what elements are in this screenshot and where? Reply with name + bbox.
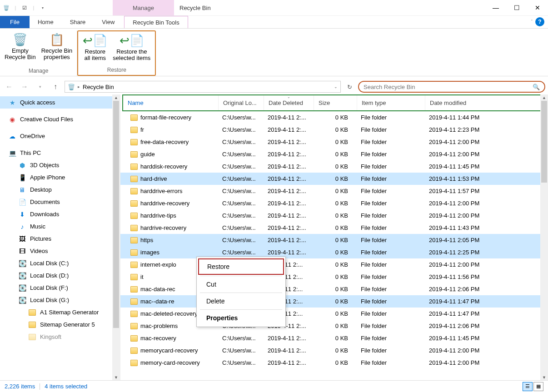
column-date-deleted[interactable]: ⌄Date Deleted (264, 95, 314, 110)
column-size[interactable]: Size (314, 95, 357, 110)
icons-view-button[interactable]: ▦ (533, 382, 543, 391)
scroll-up-icon[interactable]: ▲ (112, 94, 120, 101)
table-row[interactable]: hard-driveC:\Users\w...2019-4-11 2:...0 … (120, 173, 548, 185)
column-date-modified[interactable]: Date modified (425, 95, 544, 110)
kingsoft-item[interactable]: Kingsoft (0, 331, 120, 343)
table-row[interactable]: harddisk-recoveryC:\Users\w...2019-4-11 … (120, 160, 548, 173)
pictures-item[interactable]: 🖼Pictures (0, 233, 120, 245)
recent-dropdown[interactable]: ▾ (34, 80, 46, 93)
music-item[interactable]: ♪Music (0, 220, 120, 233)
table-row[interactable]: guideC:\Users\w...2019-4-11 2:...0 KBFil… (120, 148, 548, 160)
table-row[interactable]: format-file-recoveryC:\Users\w...2019-4-… (120, 111, 548, 124)
share-tab[interactable]: Share (62, 16, 94, 28)
context-properties[interactable]: Properties (198, 311, 284, 325)
table-row[interactable]: harddrive-recoveryC:\Users\w...2019-4-11… (120, 197, 548, 209)
recycle-bin-tools-tab[interactable]: Recycle Bin Tools (124, 16, 188, 28)
empty-recycle-bin-button[interactable]: 🗑️ Empty Recycle Bin (2, 30, 39, 67)
cell-size: 0 KB (313, 114, 356, 121)
context-delete[interactable]: Delete (198, 294, 284, 308)
scroll-down-icon[interactable]: ▼ (540, 374, 548, 381)
breadcrumb-location[interactable]: Recycle Bin (83, 84, 114, 90)
home-tab[interactable]: Home (30, 16, 62, 28)
details-view-button[interactable]: ☰ (523, 382, 533, 391)
main-scrollbar[interactable]: ▲ ▼ (540, 94, 548, 381)
search-input[interactable] (364, 84, 533, 90)
table-row[interactable]: mac-data-rec019-4-11 2:...0 KBFile folde… (120, 283, 548, 295)
cell-name: harddrive-tips (126, 212, 218, 219)
this-pc-label: This PC (20, 149, 41, 156)
this-pc-item[interactable]: 💻This PC (0, 147, 120, 159)
address-bar[interactable]: 🗑️ ▸ Recycle Bin ⌄ (65, 81, 341, 93)
column-name[interactable]: Name (123, 95, 219, 110)
cell-date-modified: 2019-4-11 2:00 PM (424, 200, 548, 207)
table-row[interactable]: mac-deleted-recoveryC:\Users\w...019-4-1… (120, 308, 548, 320)
table-row[interactable]: internet-explo019-4-11 2:...0 KBFile fol… (120, 258, 548, 271)
properties-icon[interactable]: ☑ (21, 4, 28, 11)
creative-cloud-item[interactable]: ◉Creative Cloud Files (0, 113, 120, 125)
disk-icon: 💽 (18, 272, 26, 280)
table-row[interactable]: memorycard-recoveryC:\Users\w...2019-4-1… (120, 344, 548, 357)
cell-original-location: C:\Users\w... (218, 212, 263, 219)
scroll-thumb[interactable] (541, 101, 547, 183)
table-row[interactable]: memory-card-recoveryC:\Users\w...2019-4-… (120, 357, 548, 369)
table-row[interactable]: mac-problemsC:\Users\w...2019-4-11 2:...… (120, 320, 548, 332)
refresh-button[interactable]: ↻ (344, 81, 355, 93)
file-tab[interactable]: File (0, 16, 30, 28)
scroll-up-icon[interactable]: ▲ (540, 94, 548, 101)
up-button[interactable]: ↑ (49, 80, 62, 93)
cell-name: https (126, 237, 218, 243)
documents-item[interactable]: 📄Documents (0, 196, 120, 208)
minimize-button[interactable]: — (485, 0, 506, 15)
quick-access-item[interactable]: ★Quick access (0, 96, 120, 109)
videos-label: Videos (30, 248, 48, 254)
disk-d-item[interactable]: 💽Local Disk (D:) (0, 269, 120, 282)
close-button[interactable]: ✕ (527, 0, 548, 15)
column-original-location[interactable]: Original Lo... (219, 95, 264, 110)
view-tab[interactable]: View (94, 16, 123, 28)
help-icon[interactable]: ? (535, 17, 544, 26)
apple-iphone-item[interactable]: 📱Apple iPhone (0, 171, 120, 184)
disk-g-item[interactable]: 💽Local Disk (G:) (0, 294, 120, 306)
maximize-button[interactable]: ☐ (506, 0, 527, 15)
forward-button[interactable]: → (18, 80, 31, 93)
disk-c-item[interactable]: 💽Local Disk (C:) (0, 257, 120, 269)
search-box[interactable]: 🔍 (358, 81, 545, 93)
restore-all-button[interactable]: ↩📄 Restore all items (80, 31, 110, 66)
videos-item[interactable]: 🎞Videos (0, 245, 120, 257)
table-row[interactable]: imagesC:\Users\w...2019-4-11 2:...0 KBFi… (120, 246, 548, 258)
disk-icon: 💽 (18, 296, 26, 304)
recycle-bin-properties-button[interactable]: 📋 Recycle Bin properties (39, 30, 75, 67)
table-row[interactable]: frC:\Users\w...2019-4-11 2:...0 KBFile f… (120, 124, 548, 136)
onedrive-item[interactable]: ☁OneDrive (0, 130, 120, 142)
table-row[interactable]: harddrive-tipsC:\Users\w...2019-4-11 2:.… (120, 209, 548, 222)
downloads-item[interactable]: ⬇Downloads (0, 208, 120, 220)
context-restore[interactable]: Restore (198, 258, 284, 275)
table-row[interactable]: mac--data-re019-4-11 2:...0 KBFile folde… (120, 295, 548, 308)
3d-objects-item[interactable]: ⬢3D Objects (0, 159, 120, 171)
scroll-down-icon[interactable]: ▼ (112, 374, 120, 381)
restore-all-label: Restore all items (84, 49, 106, 61)
qat-dropdown-icon[interactable]: ▾ (39, 4, 46, 11)
address-dropdown-icon[interactable]: ⌄ (334, 84, 338, 89)
disk-f-item[interactable]: 💽Local Disk (F:) (0, 282, 120, 294)
table-row[interactable]: hardrive-recoveryC:\Users\w...2019-4-11 … (120, 222, 548, 234)
back-button[interactable]: ← (3, 80, 15, 93)
context-cut[interactable]: Cut (198, 277, 284, 292)
sidebar-scrollbar[interactable]: ▲ ▼ (112, 94, 120, 381)
column-item-type[interactable]: Item type (357, 95, 425, 110)
a1-sitemap-item[interactable]: A1 Sitemap Generator (0, 306, 120, 318)
search-icon[interactable]: 🔍 (533, 84, 540, 90)
downloads-label: Downloads (30, 211, 59, 218)
table-row[interactable]: it019-4-11 2:...0 KBFile folder2019-4-11… (120, 271, 548, 283)
table-row[interactable]: harddrive-errorsC:\Users\w...2019-4-11 2… (120, 185, 548, 197)
cell-name: hardrive-recovery (126, 224, 218, 231)
collapse-ribbon-icon[interactable]: ˇ (531, 20, 533, 25)
sitemap-gen-item[interactable]: Sitemap Generator 5 (0, 318, 120, 331)
scroll-thumb[interactable] (113, 101, 119, 328)
restore-selected-button[interactable]: ↩📄 Restore the selected items (110, 31, 153, 66)
table-row[interactable]: mac-recoveryC:\Users\w...2019-4-11 2:...… (120, 332, 548, 344)
table-row[interactable]: httpsC:\Users\w...2019-4-11 2:...0 KBFil… (120, 234, 548, 246)
table-row[interactable]: free-data-recoveryC:\Users\w...2019-4-11… (120, 136, 548, 148)
desktop-item[interactable]: 🖥Desktop (0, 184, 120, 196)
cell-item-type: File folder (356, 139, 424, 145)
